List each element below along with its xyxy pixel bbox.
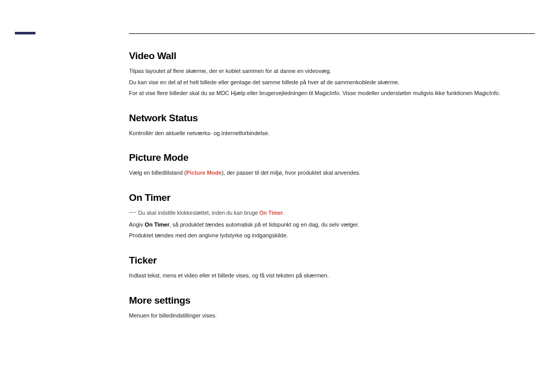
heading-video-wall: Video Wall [129,50,535,62]
text-network-status-1: Kontrollér den aktuelle netværks- og int… [129,129,535,138]
heading-picture-mode: Picture Mode [129,152,535,163]
section-ticker: Ticker Indtast tekst, mens et video elle… [129,255,535,281]
on-timer-p1-highlight: On Timer [145,221,170,228]
note-on-timer: Du skal indstille klokkeslættet, inden d… [129,209,535,217]
heading-on-timer: On Timer [129,192,535,203]
side-accent-bar [15,32,35,34]
text-picture-mode-1: Vælg en billedtilstand (Picture Mode), d… [129,169,535,178]
section-network-status: Network Status Kontrollér den aktuelle n… [129,113,535,138]
top-horizontal-rule [129,33,535,34]
text-ticker-1: Indtast tekst, mens et video eller et bi… [129,271,535,281]
note-dash-icon [129,212,136,213]
heading-network-status: Network Status [129,113,535,124]
on-timer-note-highlight: On Timer [260,210,283,216]
text-on-timer-1: Angiv On Timer, så produktet tændes auto… [129,220,535,230]
heading-ticker: Ticker [129,255,535,266]
section-on-timer: On Timer Du skal indstille klokkeslættet… [129,192,535,240]
text-more-settings-1: Menuen for billedindstillinger vises. [129,311,535,321]
text-video-wall-2: Du kan vise en del af et helt billede el… [129,78,535,87]
picture-mode-after: ), der passer til det miljø, hvor produk… [221,170,360,176]
on-timer-p1-after: , så produktet tændes automatisk på et t… [170,221,359,228]
on-timer-note-after: . [283,210,285,216]
section-picture-mode: Picture Mode Vælg en billedtilstand (Pic… [129,152,535,178]
picture-mode-before: Vælg en billedtilstand ( [129,170,186,176]
picture-mode-highlight: Picture Mode [186,170,221,176]
document-content: Video Wall Tilpas layoutet af flere skær… [129,50,535,334]
section-video-wall: Video Wall Tilpas layoutet af flere skær… [129,50,535,98]
text-video-wall-3: For at vise flere billeder skal du se MD… [129,89,535,98]
section-more-settings: More settings Menuen for billedindstilli… [129,295,535,321]
heading-more-settings: More settings [129,295,535,306]
text-video-wall-1: Tilpas layoutet af flere skærme, der er … [129,67,535,76]
on-timer-p1-before: Angiv [129,221,145,228]
on-timer-note-before: Du skal indstille klokkeslættet, inden d… [138,210,260,216]
text-on-timer-2: Produktet tændes med den angivne lydstyr… [129,231,535,240]
